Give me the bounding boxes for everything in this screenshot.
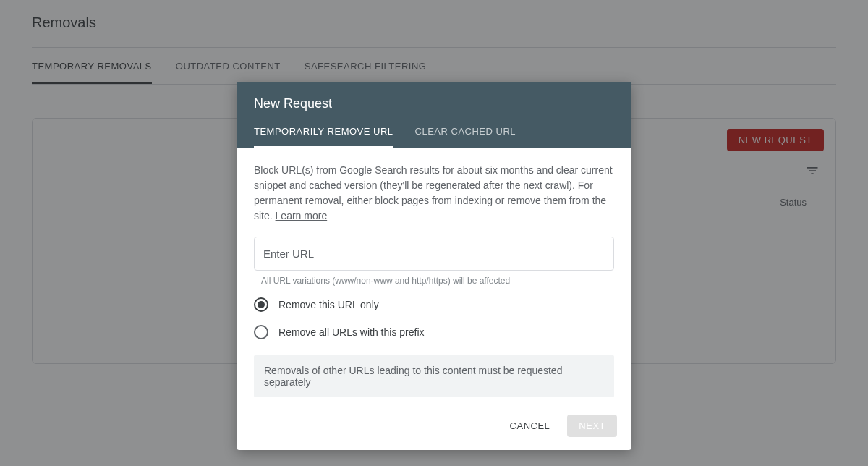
radio-remove-prefix[interactable]: Remove all URLs with this prefix — [254, 325, 614, 339]
dialog-footer: CANCEL NEXT — [237, 403, 631, 450]
radio-icon — [254, 325, 268, 339]
radio-group: Remove this URL only Remove all URLs wit… — [254, 297, 614, 339]
radio-label: Remove all URLs with this prefix — [278, 326, 425, 338]
modal-overlay: New Request TEMPORARILY REMOVE URL CLEAR… — [0, 0, 868, 466]
url-hint: All URL variations (www/non-www and http… — [261, 276, 614, 286]
learn-more-link[interactable]: Learn more — [276, 210, 328, 221]
dialog-tab-clear-cached-url[interactable]: CLEAR CACHED URL — [415, 126, 516, 148]
dialog-body: Block URL(s) from Google Search results … — [237, 148, 631, 403]
dialog-description: Block URL(s) from Google Search results … — [254, 163, 614, 224]
dialog-title: New Request — [254, 96, 614, 111]
radio-label: Remove this URL only — [278, 299, 379, 310]
dialog-tab-temporarily-remove-url[interactable]: TEMPORARILY REMOVE URL — [254, 126, 393, 148]
next-button[interactable]: NEXT — [567, 415, 617, 437]
url-input[interactable] — [254, 237, 614, 271]
new-request-dialog: New Request TEMPORARILY REMOVE URL CLEAR… — [237, 82, 631, 450]
dialog-header: New Request TEMPORARILY REMOVE URL CLEAR… — [237, 82, 631, 148]
radio-remove-url-only[interactable]: Remove this URL only — [254, 297, 614, 312]
info-banner: Removals of other URLs leading to this c… — [254, 355, 614, 397]
dialog-tabs: TEMPORARILY REMOVE URL CLEAR CACHED URL — [254, 126, 614, 148]
cancel-button[interactable]: CANCEL — [504, 415, 556, 437]
radio-icon — [254, 297, 268, 312]
